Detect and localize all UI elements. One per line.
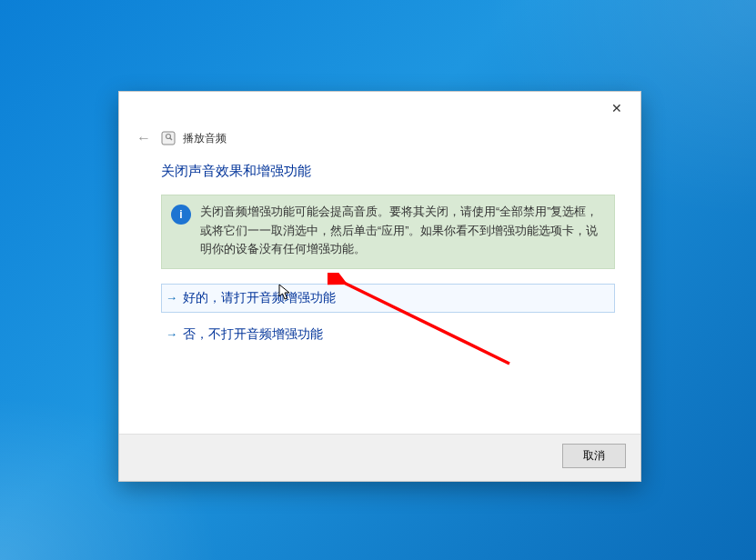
cancel-button[interactable]: 取消 [562,444,626,468]
arrow-right-icon: → [166,291,177,305]
close-button[interactable]: ✕ [599,95,635,121]
header-row: ← 播放音频 [119,125,640,155]
option-no-skip-enhancements[interactable]: → 否，不打开音频增强功能 [161,320,615,349]
option-yes-open-enhancements[interactable]: → 好的，请打开音频增强功能 [161,284,615,313]
back-arrow-icon: ← [136,130,151,146]
info-icon: i [171,205,191,225]
option-no-label: 否，不打开音频增强功能 [183,326,323,343]
arrow-right-icon: → [166,327,177,341]
option-yes-label: 好的，请打开音频增强功能 [183,290,336,306]
dialog-content: 关闭声音效果和增强功能 i 关闭音频增强功能可能会提高音质。要将其关闭，请使用“… [119,155,640,434]
back-button[interactable]: ← [134,128,154,148]
info-box: i 关闭音频增强功能可能会提高音质。要将其关闭，请使用“全部禁用”复选框，或将它… [161,195,615,269]
troubleshooter-dialog: ✕ ← 播放音频 关闭声音效果和增强功能 i 关闭音频增强功能可能会提高音质。要… [118,91,641,482]
troubleshoot-icon [161,131,176,145]
info-text: 关闭音频增强功能可能会提高音质。要将其关闭，请使用“全部禁用”复选框，或将它们一… [200,203,605,259]
close-icon: ✕ [611,101,622,115]
window-title: 播放音频 [183,131,227,146]
titlebar: ✕ [119,92,640,125]
page-heading: 关闭声音效果和增强功能 [161,163,615,180]
dialog-footer: 取消 [119,434,640,481]
